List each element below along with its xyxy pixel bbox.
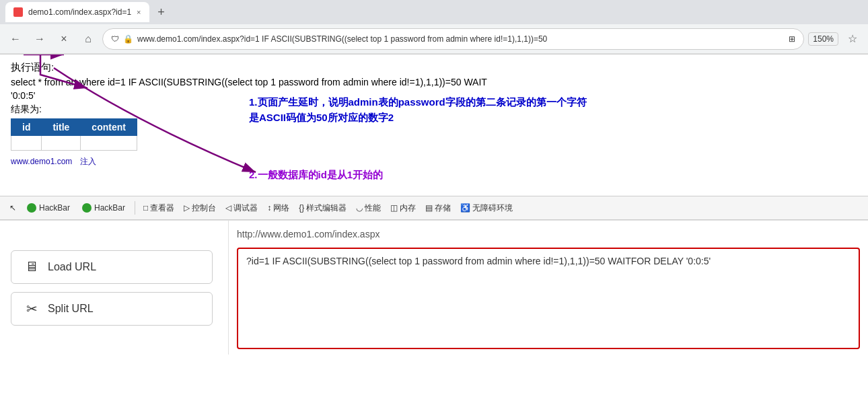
address-text: www.demo1.com/index.aspx?id=1 IF ASCII(S…	[137, 34, 785, 44]
network-icon: ↕	[267, 203, 271, 213]
devtools-bar: ↖ HackBar HackBar □ 查看器 ▷ 控制台 ◁ 调试器 ↕ 网络…	[0, 196, 868, 220]
footer-signin: 注入	[80, 157, 96, 166]
hackbar1-button[interactable]: HackBar	[22, 202, 75, 214]
storage-item[interactable]: ▤ 存储	[421, 201, 455, 215]
debugger-icon: ◁	[225, 203, 231, 213]
split-url-icon: ✂	[22, 299, 41, 318]
a11y-label: 无障碍环境	[472, 202, 513, 214]
tab-favicon	[13, 7, 23, 17]
shield-icon: 🛡	[111, 34, 119, 44]
col-content: content	[81, 119, 137, 136]
home-button[interactable]: ⌂	[78, 29, 98, 49]
split-url-button[interactable]: ✂ Split URL	[11, 292, 213, 326]
hackbar2-button[interactable]: HackBar	[77, 202, 131, 214]
devtools-separator	[135, 201, 135, 215]
viewer-label: 查看器	[150, 202, 174, 214]
storage-label: 存储	[435, 202, 451, 214]
nav-bar: ← → × ⌂ 🛡 🔒 www.demo1.com/index.aspx?id=…	[0, 24, 868, 54]
inspect-icon[interactable]: ↖	[5, 200, 20, 215]
table-row	[11, 136, 137, 151]
tab-close-button[interactable]: ×	[137, 8, 141, 16]
left-panel: 🖥 Load URL ✂ Split URL	[0, 221, 229, 355]
split-url-label: Split URL	[48, 303, 94, 315]
style-icon: {}	[299, 203, 304, 213]
db-table: id title content	[11, 118, 137, 151]
network-item[interactable]: ↕ 网络	[263, 201, 293, 215]
new-tab-button[interactable]: +	[152, 3, 171, 22]
close-button[interactable]: ×	[54, 29, 74, 49]
url-params[interactable]: ?id=1 IF ASCII(SUBSTRING((select top 1 p…	[237, 248, 860, 349]
col-id: id	[11, 119, 42, 136]
address-bar[interactable]: 🛡 🔒 www.demo1.com/index.aspx?id=1 IF ASC…	[102, 28, 804, 50]
viewer-icon: □	[143, 203, 148, 213]
page-content: 执行语句: select * from art where id=1 IF AS…	[0, 54, 868, 196]
zoom-level: 150%	[808, 32, 838, 46]
a11y-icon: ♿	[460, 203, 470, 213]
note-blue-line2: 是ASCII码值为50所对应的数字2	[249, 112, 394, 123]
load-url-label: Load URL	[48, 261, 96, 273]
browser-chrome: demo1.com/index.aspx?id=1 × + ← → × ⌂ 🛡 …	[0, 0, 868, 54]
browser-tab[interactable]: demo1.com/index.aspx?id=1 ×	[5, 2, 149, 22]
load-url-button[interactable]: 🖥 Load URL	[11, 250, 213, 284]
exec-query-text: select * from art where id=1 IF ASCII(SU…	[11, 77, 487, 87]
hackbar2-label: HackBar	[94, 203, 125, 213]
network-label: 网络	[273, 202, 289, 214]
console-label: 控制台	[192, 202, 216, 214]
note-blue-line1: 1.页面产生延时，说明admin表的password字段的第二条记录的第一个字符	[249, 96, 587, 108]
cell-title	[42, 136, 81, 151]
back-button[interactable]: ←	[5, 29, 26, 49]
debugger-label: 调试器	[233, 202, 258, 214]
url-base: http://www.demo1.com/index.aspx	[237, 226, 860, 242]
memory-item[interactable]: ◫ 内存	[386, 201, 420, 215]
forward-button[interactable]: →	[30, 29, 50, 49]
lock-icon: 🔒	[123, 34, 133, 44]
hackbar2-dot	[82, 203, 92, 213]
cell-content	[81, 136, 137, 151]
console-item[interactable]: ▷ 控制台	[180, 201, 220, 215]
page-footer: www.demo1.com 注入	[11, 156, 857, 168]
perf-label: 性能	[365, 202, 381, 214]
debugger-item[interactable]: ◁ 调试器	[221, 201, 262, 215]
memory-label: 内存	[400, 202, 416, 214]
qr-icon: ⊞	[789, 34, 795, 44]
console-icon: ▷	[184, 203, 190, 213]
tab-bar: demo1.com/index.aspx?id=1 × +	[0, 0, 868, 24]
inspect-symbol: ↖	[9, 203, 16, 213]
right-panel: http://www.demo1.com/index.aspx ?id=1 IF…	[229, 221, 868, 355]
footer-domain: www.demo1.com	[11, 157, 72, 166]
load-url-icon: 🖥	[22, 258, 41, 277]
note-purple: 2.一般数据库的id是从1开始的	[249, 168, 383, 183]
memory-icon: ◫	[390, 203, 398, 213]
perf-icon: ◡	[356, 203, 363, 213]
a11y-item[interactable]: ♿ 无障碍环境	[456, 201, 517, 215]
hackbar1-dot	[27, 203, 36, 213]
main-panel: 🖥 Load URL ✂ Split URL http://www.demo1.…	[0, 220, 868, 355]
note-blue: 1.页面产生延时，说明admin表的password字段的第二条记录的第一个字符…	[249, 95, 587, 125]
cell-id	[11, 136, 42, 151]
exec-query: select * from art where id=1 IF ASCII(SU…	[11, 77, 857, 87]
style-label: 样式编辑器	[306, 202, 347, 214]
tab-title: demo1.com/index.aspx?id=1	[28, 7, 131, 17]
bookmark-star-icon[interactable]: ☆	[842, 29, 863, 49]
hackbar1-label: HackBar	[39, 203, 70, 213]
viewer-item[interactable]: □ 查看器	[139, 201, 178, 215]
col-title: title	[42, 119, 81, 136]
storage-icon: ▤	[425, 203, 433, 213]
exec-label: 执行语句:	[11, 61, 857, 74]
perf-item[interactable]: ◡ 性能	[352, 201, 385, 215]
style-item[interactable]: {} 样式编辑器	[295, 201, 351, 215]
